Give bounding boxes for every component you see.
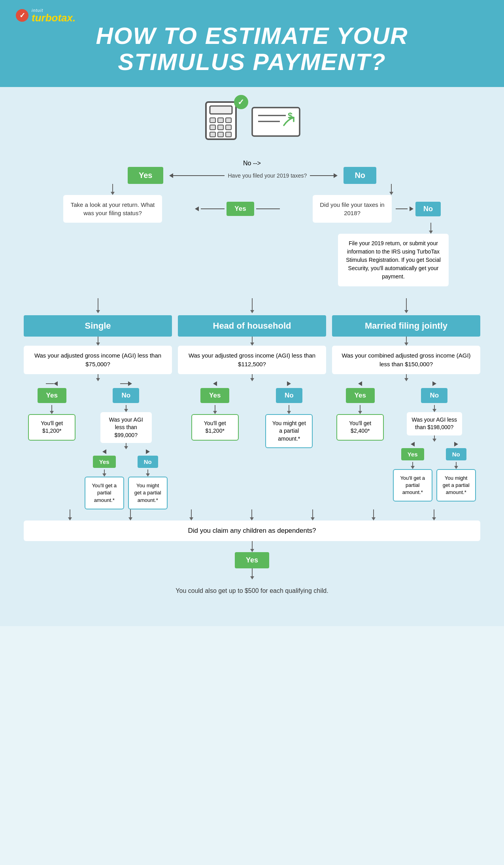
check-badge-icon: ✓	[234, 95, 248, 109]
arrow-down-no2018	[429, 223, 433, 234]
result-hoh-no: You might get a partial amount.*	[265, 414, 313, 449]
arrow-down-hoh	[250, 298, 254, 313]
single-question: Was your adjusted gross income (AGI) les…	[24, 346, 172, 374]
married-question: Was your combined adjusted gross income …	[332, 346, 480, 374]
single-no-branch: No Was your AGI less than $99,000?	[85, 381, 168, 509]
svg-rect-6	[218, 125, 223, 130]
result-single-sub-no: You might get a partial amount.*	[128, 477, 168, 509]
check-document-icon: $	[250, 104, 302, 139]
married-no-branch: No Was your AGI less than $198,000?	[393, 381, 476, 502]
sub-q-married: Was your AGI less than $198,000?	[407, 412, 462, 435]
single-no-btn[interactable]: No	[113, 388, 139, 403]
hoh-yes-btn[interactable]: Yes	[200, 388, 229, 403]
married-sub-yn: Yes You'll get a partial amount.*	[393, 442, 476, 502]
result-married-sub-no: You might get a partial amount.*	[436, 469, 476, 502]
arrow-down-single	[96, 298, 100, 313]
single-header: Single	[24, 315, 172, 337]
calculator-icon-wrap: ✓	[203, 99, 242, 144]
single-yn-row: Yes You'll get $1,200* No	[24, 381, 172, 509]
married-no-btn[interactable]: No	[421, 388, 447, 403]
hoh-question: Was your adjusted gross income (AGI) les…	[178, 346, 326, 374]
single-sub-yn: Yes You'll get a partial amount.*	[85, 449, 168, 509]
no-button-q1[interactable]: No	[344, 167, 376, 184]
arrow-down-married	[404, 298, 408, 313]
married-yn-row: Yes You'll get $2,400* No	[332, 381, 480, 502]
married-yes-btn[interactable]: Yes	[346, 388, 375, 403]
irs-box: File your 2019 return, or submit your in…	[338, 234, 449, 286]
svg-rect-1	[210, 106, 232, 114]
result-hoh-yes: You'll get $1,200*	[191, 414, 239, 441]
arrows-row1	[24, 184, 480, 195]
q1-question: Have you filed your 2019 taxes?	[225, 172, 310, 179]
arrow-no2018	[24, 223, 480, 234]
hoh-column: Head of household Was your adjusted gros…	[178, 298, 326, 509]
final-statement: You could also get up to $500 for each q…	[176, 583, 328, 606]
arrow-line2	[310, 175, 334, 176]
yes-arrow-left: Yes	[195, 202, 279, 216]
married-sub-no[interactable]: No	[446, 448, 466, 460]
filing-status-box: Take a look at your return. What was you…	[63, 195, 162, 223]
arrow-left-icon2	[195, 206, 199, 211]
svg-rect-8	[210, 132, 215, 137]
q2-2018-box: Did you file your taxes in 2018?	[313, 195, 392, 223]
yes-button-q1[interactable]: Yes	[128, 167, 163, 184]
result-single-sub-yes: You'll get a partial amount.*	[85, 477, 124, 509]
arrow-down-yes	[111, 184, 115, 195]
svg-rect-2	[210, 118, 215, 123]
result-married-yes: You'll get $2,400*	[336, 414, 384, 441]
svg-rect-4	[226, 118, 231, 123]
row2: Take a look at your return. What was you…	[24, 195, 480, 223]
flowchart: No --> Yes Have you filed your 2019 taxe…	[24, 160, 480, 606]
arrow-left-icon	[169, 173, 173, 178]
svg-rect-10	[226, 132, 231, 137]
result-married-sub-yes: You'll get a partial amount.*	[393, 469, 432, 502]
arrow-down-bottom	[250, 541, 254, 552]
single-sub-no[interactable]: No	[138, 456, 158, 468]
married-column: Married filing jointly Was your combined…	[332, 298, 480, 509]
logo-area: ✓ intuit turbotax.	[16, 8, 488, 23]
single-sub-yes[interactable]: Yes	[93, 456, 116, 468]
irs-section: File your 2019 return, or submit your in…	[24, 234, 480, 286]
arrow-right-icon	[334, 173, 338, 178]
svg-rect-7	[226, 125, 231, 130]
sub-q-single: Was your AGI less than $99,000?	[100, 412, 152, 443]
hoh-yes-branch: Yes You'll get $1,200*	[191, 381, 239, 441]
yes-btn-bottom[interactable]: Yes	[235, 552, 269, 568]
single-yes-btn[interactable]: Yes	[38, 388, 66, 403]
svg-text:$: $	[288, 111, 293, 121]
three-col-section: Single Was your adjusted gross income (A…	[24, 298, 480, 509]
hoh-yn-row: Yes You'll get $1,200* No	[178, 381, 326, 449]
yes-button-q2[interactable]: Yes	[227, 202, 254, 216]
arrow-down-no	[389, 184, 393, 195]
svg-rect-3	[218, 118, 223, 123]
dependents-question-box: Did you claim any children as dependents…	[24, 521, 480, 541]
single-column: Single Was your adjusted gross income (A…	[24, 298, 172, 509]
q2-right-section: Did you file your taxes in 2018? No	[313, 195, 441, 223]
svg-rect-5	[210, 125, 215, 130]
arrow-line	[173, 175, 225, 176]
bottom-section: Did you claim any children as dependents…	[24, 521, 480, 541]
arrow-s1	[96, 337, 100, 346]
married-sub-yes[interactable]: Yes	[401, 448, 424, 460]
no-button-q2[interactable]: No	[415, 202, 441, 216]
svg-rect-9	[218, 132, 223, 137]
hoh-no-btn[interactable]: No	[276, 388, 302, 403]
hoh-no-branch: No You might get a partial amount.*	[265, 381, 313, 449]
married-yes-branch: Yes You'll get $2,400*	[336, 381, 384, 441]
page-title: HOW TO ESTIMATE YOUR STIMULUS PAYMENT?	[16, 23, 488, 75]
header: ✓ intuit turbotax. HOW TO ESTIMATE YOUR …	[0, 0, 504, 87]
no-arrow-right: No	[396, 202, 441, 216]
arrow-right-icon2	[410, 206, 413, 211]
single-yes-branch: Yes You'll get $1,200*	[28, 381, 76, 441]
arrow-down-final	[250, 568, 254, 579]
icons-section: ✓ $	[24, 99, 480, 144]
result-single-yes: You'll get $1,200*	[28, 414, 76, 441]
intuit-check-icon: ✓	[16, 9, 28, 22]
hoh-header: Head of household	[178, 315, 326, 337]
married-header: Married filing jointly	[332, 315, 480, 337]
q1-row: Yes Have you filed your 2019 taxes? No	[24, 167, 480, 184]
main-content: ✓ $ No --> Yes Have you filed your 2019 …	[0, 87, 504, 626]
logo-text: intuit turbotax.	[32, 8, 76, 23]
conv-arrows-row	[24, 509, 480, 521]
turbotax-label: turbotax.	[32, 13, 76, 23]
